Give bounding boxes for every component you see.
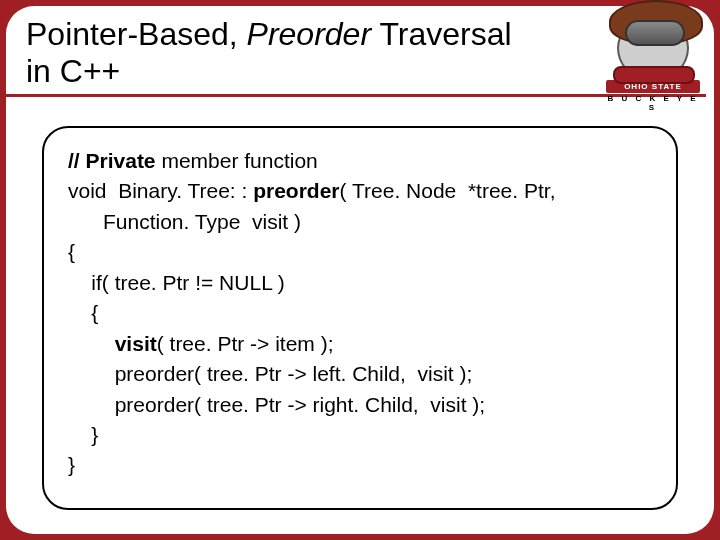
title-part-preorder: Preorder [247,16,372,52]
code-line-2a: void Binary. Tree: : [68,179,253,202]
code-call-visit: visit [115,332,157,355]
code-line-8: preorder( tree. Ptr -> left. Child, visi… [68,362,472,385]
code-box: // Private member function void Binary. … [42,126,678,510]
brutus-eyes-icon [633,25,677,37]
code-fn-preorder: preorder [253,179,339,202]
title-line-2: in C++ [26,53,120,89]
slide-title: Pointer-Based, Preorder Traversal in C++ [26,16,586,90]
code-comment-rest: member function [156,149,318,172]
code-line-11: } [68,453,75,476]
slide-header: Pointer-Based, Preorder Traversal in C++… [6,6,714,105]
logo-sub-text: B U C K E Y E S [606,94,700,112]
code-line-3: Function. Type visit ) [68,210,301,233]
slide-card: Pointer-Based, Preorder Traversal in C++… [6,6,714,534]
code-line-5: if( tree. Ptr != NULL ) [68,271,285,294]
brutus-scarf-icon [613,66,695,84]
brutus-icon [617,16,689,78]
code-line-9: preorder( tree. Ptr -> right. Child, vis… [68,393,485,416]
code-line-2c: ( Tree. Node *tree. Ptr, [340,179,556,202]
code-comment-private: // Private [68,149,156,172]
code-line-7c: ( tree. Ptr -> item ); [157,332,334,355]
code-line-4: { [68,240,75,263]
ohio-state-logo: OHIO STATE B U C K E Y E S [606,16,700,112]
code-listing: // Private member function void Binary. … [68,146,652,481]
title-part-1: Pointer-Based, [26,16,247,52]
title-underline [6,94,706,97]
title-part-3: Traversal [371,16,511,52]
code-line-7a [68,332,115,355]
code-line-10: } [68,423,98,446]
code-line-6: { [68,301,98,324]
